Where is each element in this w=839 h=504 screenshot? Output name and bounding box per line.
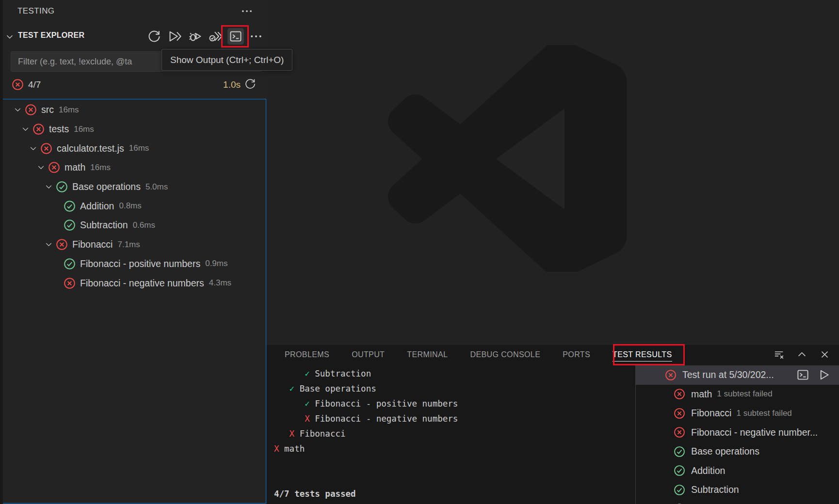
test-result-row[interactable] <box>636 500 839 504</box>
panel-tab-output[interactable]: OUTPUT <box>352 345 385 364</box>
output-fail-mark: X <box>290 429 295 439</box>
test-tree-item[interactable]: calculator.test.js16ms <box>3 139 266 158</box>
panel-tab-ports[interactable]: PORTS <box>563 345 590 364</box>
refresh-icon[interactable] <box>244 78 256 92</box>
tree-indent-spacer <box>50 258 62 269</box>
tree-indent-spacer <box>50 220 62 231</box>
output-pass-mark: ✓ <box>305 369 310 378</box>
refresh-button[interactable] <box>146 28 162 45</box>
error-icon <box>674 388 685 400</box>
chevron-down-icon[interactable] <box>43 181 54 193</box>
test-results-tree: Test run at 5/30/202...math1 subtest fai… <box>636 364 839 504</box>
annotation-box-test-results <box>613 344 685 365</box>
test-status-row: 4/7 1.0s <box>0 75 267 94</box>
panel-tab-debug-console[interactable]: DEBUG CONSOLE <box>470 345 540 364</box>
testing-sidebar: TESTING TEST EXPLORER 4/7 1.0s src16mste… <box>0 0 267 504</box>
pass-icon <box>64 200 76 212</box>
chevron-down-icon[interactable] <box>27 142 39 154</box>
debug-all-button[interactable] <box>187 28 203 45</box>
error-icon <box>665 369 677 381</box>
test-item-duration: 4.3ms <box>209 278 231 288</box>
test-result-row[interactable]: Fibonacci - negative number... <box>636 423 839 442</box>
test-tree-item[interactable]: Base operations5.0ms <box>3 177 266 197</box>
test-tree-item[interactable]: Fibonacci - negative numbers4.3ms <box>3 273 266 293</box>
pass-icon <box>64 258 76 270</box>
window-left-edge <box>0 0 3 504</box>
test-item-label: Addition <box>80 201 114 212</box>
test-item-duration: 16ms <box>59 105 79 115</box>
panel-action-icons <box>774 349 830 360</box>
section-title: TEST EXPLORER <box>18 31 84 40</box>
test-result-row[interactable]: Test run at 5/30/202... <box>636 365 839 385</box>
output-pass-mark: ✓ <box>290 384 295 394</box>
test-output-text: ✓ Subtraction ✓ Base operations ✓ Fibona… <box>274 366 458 502</box>
test-item-duration: 0.6ms <box>133 220 155 230</box>
test-item-duration: 16ms <box>129 143 149 153</box>
test-item-label: Fibonacci - negative numbers <box>80 278 204 289</box>
error-icon <box>674 426 685 438</box>
chevron-down-icon[interactable] <box>12 104 23 116</box>
more-actions-icon[interactable] <box>239 4 255 18</box>
test-tree-item[interactable]: math16ms <box>3 158 266 177</box>
test-item-duration: 5.0ms <box>145 182 168 192</box>
error-icon <box>64 277 76 289</box>
tests-failed-ratio: 4/7 <box>28 79 41 90</box>
panel-tab-terminal[interactable]: TERMINAL <box>407 345 448 364</box>
result-label: math <box>691 389 712 400</box>
chevron-down-icon[interactable] <box>19 124 31 135</box>
test-item-duration: 16ms <box>74 125 94 134</box>
show-output-tooltip: Show Output (Ctrl+; Ctrl+O) <box>161 49 292 71</box>
test-tree-item[interactable]: Addition0.8ms <box>3 196 266 216</box>
result-label: Subtraction <box>691 484 739 495</box>
sidebar-title: TESTING <box>17 6 54 16</box>
result-label: Fibonacci - negative number... <box>691 427 818 438</box>
test-result-row[interactable]: Addition <box>636 461 839 481</box>
play-icon[interactable] <box>817 368 830 381</box>
pass-icon <box>674 446 685 457</box>
output-fail-mark: X <box>305 414 310 424</box>
test-item-label: src <box>41 104 54 115</box>
tree-indent-spacer <box>50 200 62 212</box>
test-item-label: calculator.test.js <box>57 143 124 154</box>
result-detail: 1 subtest failed <box>717 389 772 399</box>
test-tree-item[interactable]: Fibonacci - positive numbers0.9ms <box>3 254 266 274</box>
test-tree-item[interactable]: tests16ms <box>3 120 266 139</box>
chevron-up-icon[interactable] <box>796 349 807 360</box>
bottom-panel: PROBLEMSOUTPUTTERMINALDEBUG CONSOLEPORTS… <box>267 344 839 504</box>
show-output-icon[interactable] <box>796 368 809 381</box>
error-icon <box>674 408 685 419</box>
pass-icon <box>674 484 685 496</box>
run-all-button[interactable] <box>166 28 183 45</box>
output-fail-mark: X <box>274 444 279 454</box>
more-button[interactable] <box>248 28 264 45</box>
vscode-logo-watermark <box>388 45 628 272</box>
chevron-down-icon[interactable] <box>5 32 15 44</box>
test-item-label: Base operations <box>72 181 141 192</box>
test-results-output[interactable]: ✓ Subtraction ✓ Base operations ✓ Fibona… <box>267 364 635 504</box>
chevron-down-icon[interactable] <box>43 239 54 251</box>
test-result-row[interactable]: math1 subtest failed <box>636 385 839 404</box>
test-tree-item[interactable]: Subtraction0.6ms <box>3 216 266 235</box>
pass-icon <box>674 465 685 476</box>
result-label: Addition <box>691 465 725 476</box>
panel-tab-problems[interactable]: PROBLEMS <box>285 345 329 364</box>
close-icon[interactable] <box>819 349 830 360</box>
tooltip-text: Show Output (Ctrl+; Ctrl+O) <box>170 55 284 65</box>
error-icon <box>32 123 45 135</box>
result-row-actions <box>796 365 830 385</box>
status-right-group: 1.0s <box>223 78 256 92</box>
test-item-label: math <box>65 162 85 173</box>
test-tree-item[interactable]: Fibonacci7.1ms <box>3 235 266 254</box>
test-result-row[interactable]: Base operations <box>636 442 839 461</box>
clear-output-icon[interactable] <box>774 349 785 360</box>
test-result-row[interactable]: Subtraction <box>636 480 839 500</box>
test-result-row[interactable]: Fibonacci1 subtest failed <box>636 404 839 423</box>
error-icon <box>40 142 52 155</box>
editor-area <box>267 0 839 344</box>
chevron-down-icon[interactable] <box>35 162 47 173</box>
result-label: Fibonacci <box>691 408 731 419</box>
test-item-label: Fibonacci <box>72 239 113 250</box>
pass-icon <box>56 181 68 193</box>
test-tree-item[interactable]: src16ms <box>3 100 266 120</box>
output-pass-mark: ✓ <box>305 399 310 409</box>
